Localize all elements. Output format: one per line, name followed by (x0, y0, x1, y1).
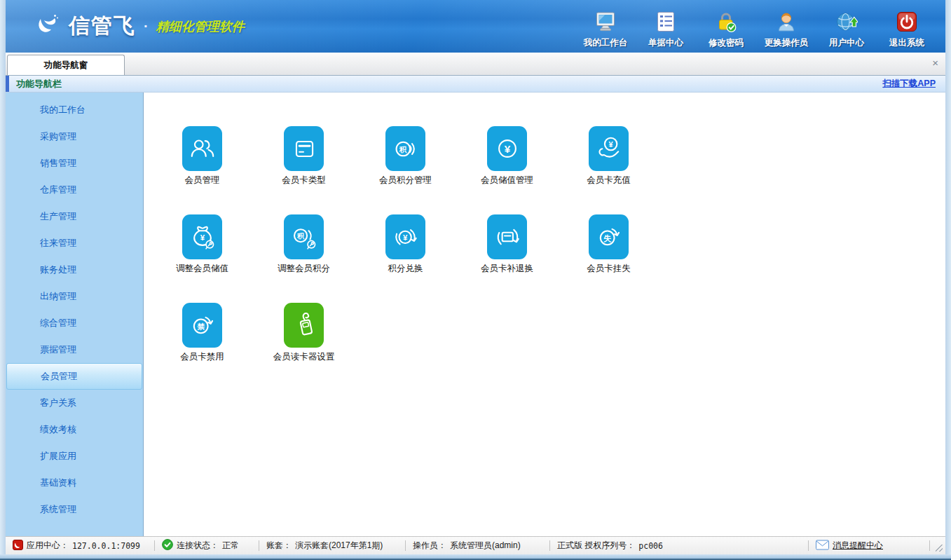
body-row: 我的工作台 采购管理 销售管理 仓库管理 生产管理 往来管理 账务处理 出纳管理… (6, 93, 945, 536)
app-card-replace[interactable]: 会员卡补退换 (456, 214, 558, 275)
adjust-stored-value-icon: ¥ (182, 214, 222, 259)
app-window: 信管飞 · 精细化管理软件 我的工作台 (0, 0, 951, 560)
app-card-reader-settings[interactable]: 会员读卡器设置 (253, 303, 355, 363)
brand-logo-icon (34, 11, 62, 42)
sidebar-item-sales[interactable]: 销售管理 (6, 150, 143, 177)
close-icon[interactable]: × (932, 57, 938, 68)
card-loss-icon: 失 (589, 214, 629, 259)
app-member-card-recharge[interactable]: ¥ 会员卡充值 (558, 126, 659, 186)
app-member-points[interactable]: 积 会员积分管理 (355, 126, 456, 186)
status-app-center: 应用中心： 127.0.0.1:7099 (6, 537, 154, 554)
brand: 信管飞 · 精细化管理软件 (34, 0, 245, 53)
sidebar-item-my-workspace[interactable]: 我的工作台 (6, 97, 143, 123)
sidebar-item-extensions[interactable]: 扩展应用 (6, 443, 143, 470)
toolbar-label: 修改密码 (709, 37, 744, 49)
nav-accent-bar (6, 76, 9, 92)
app-label: 调整会员储值 (176, 263, 228, 275)
app-adjust-points[interactable]: 积 调整会员积分 (253, 214, 355, 275)
tab-function-navigation[interactable]: 功能导航窗 (7, 55, 125, 75)
status-label: 应用中心： (27, 540, 69, 552)
app-points-exchange[interactable]: ¥ 积分兑换 (355, 214, 456, 275)
status-label: 账套： (266, 540, 292, 552)
sidebar-item-bills[interactable]: 票据管理 (6, 336, 143, 363)
app-label: 会员卡充值 (587, 175, 631, 186)
app-label: 积分兑换 (388, 263, 423, 275)
toolbar-my-workspace-button[interactable]: 我的工作台 (575, 11, 636, 49)
resize-grip[interactable] (930, 537, 945, 554)
header-toolbar: 我的工作台 单据中心 (575, 0, 945, 53)
change-password-icon (715, 11, 737, 36)
app-adjust-stored-value[interactable]: ¥ 调整会员储值 (151, 214, 253, 275)
svg-text:¥: ¥ (200, 233, 205, 242)
app-label: 会员读卡器设置 (273, 351, 335, 363)
user-center-icon (835, 11, 858, 36)
window-frame-right (945, 0, 951, 560)
message-center-link[interactable]: 消息提醒中心 (833, 540, 883, 552)
app-label: 会员管理 (185, 175, 220, 186)
window-frame-bottom (0, 554, 951, 560)
toolbar-label: 单据中心 (648, 37, 683, 49)
app-card-disable[interactable]: 禁 会员卡禁用 (151, 303, 253, 363)
scan-download-app-link[interactable]: 扫描下载APP (882, 78, 936, 90)
check-circle-icon (162, 539, 173, 552)
app-logo-icon (13, 540, 23, 552)
brand-separator: · (144, 18, 149, 34)
sidebar-item-members[interactable]: 会员管理 (6, 363, 142, 390)
sidebar-item-base-data[interactable]: 基础资料 (6, 470, 143, 496)
title-header: 信管飞 · 精细化管理软件 我的工作台 (6, 0, 945, 53)
page-title: 功能导航栏 (16, 78, 62, 90)
toolbar-user-center-button[interactable]: 用户中心 (816, 11, 877, 49)
tab-strip: 功能导航窗 × (6, 53, 945, 76)
document-center-icon (655, 11, 677, 36)
status-value: 127.0.0.1:7099 (72, 541, 140, 551)
app-label: 会员积分管理 (379, 175, 432, 186)
sidebar-item-accounting[interactable]: 账务处理 (6, 257, 143, 283)
toolbar-exit-system-button[interactable]: 退出系统 (877, 11, 937, 49)
app-label: 调整会员积分 (278, 263, 330, 275)
toolbar-change-password-button[interactable]: 修改密码 (696, 11, 756, 49)
sidebar-item-comprehensive[interactable]: 综合管理 (6, 310, 143, 336)
status-value: pc006 (638, 541, 663, 551)
status-label: 操作员： (413, 540, 446, 552)
app-label: 会员卡类型 (282, 175, 326, 186)
sidebar-item-performance[interactable]: 绩效考核 (6, 416, 143, 443)
card-replace-icon (487, 214, 527, 259)
mail-icon (816, 540, 829, 552)
app-label: 会员卡补退换 (481, 263, 533, 275)
status-value: 正常 (222, 540, 239, 552)
nav-header-bar: 功能导航栏 扫描下载APP (6, 76, 945, 93)
app-member-card-type[interactable]: 会员卡类型 (253, 126, 355, 186)
status-label: 正式版 授权序列号： (557, 540, 635, 552)
sidebar-item-cashier[interactable]: 出纳管理 (6, 283, 143, 310)
sidebar-item-purchase[interactable]: 采购管理 (6, 123, 143, 150)
status-value: 系统管理员(admin) (450, 540, 521, 552)
status-operator: 操作员： 系统管理员(admin) (406, 537, 549, 554)
grid-row-2: ¥ 调整会员储值 (151, 214, 945, 275)
app-label: 会员卡禁用 (180, 351, 224, 363)
svg-text:¥: ¥ (402, 233, 407, 242)
sidebar-item-customer-rel[interactable]: 客户关系 (6, 390, 143, 416)
adjust-points-icon: 积 (284, 214, 324, 259)
status-label: 连接状态： (177, 540, 219, 552)
sidebar-item-warehouse[interactable]: 仓库管理 (6, 177, 143, 203)
points-exchange-icon: ¥ (385, 214, 425, 259)
main-panel: 会员管理 会员卡类型 (144, 93, 945, 536)
stored-value-icon: ¥ (487, 126, 527, 171)
toolbar-document-center-button[interactable]: 单据中心 (636, 11, 696, 49)
window-frame-left (0, 0, 6, 560)
status-value: 演示账套(2017年第1期) (295, 540, 383, 552)
status-connection: 连接状态： 正常 (155, 537, 259, 554)
points-icon: 积 (385, 126, 425, 171)
sidebar-item-contacts[interactable]: 往来管理 (6, 230, 143, 257)
app-label: 会员卡挂失 (587, 263, 631, 275)
sidebar-item-production[interactable]: 生产管理 (6, 203, 143, 230)
status-message-center: 消息提醒中心 (809, 537, 929, 554)
toolbar-switch-operator-button[interactable]: 更换操作员 (756, 11, 816, 49)
toolbar-label: 退出系统 (889, 37, 924, 49)
sidebar-item-system[interactable]: 系统管理 (6, 496, 143, 523)
status-bar: 应用中心： 127.0.0.1:7099 连接状态： 正常 账套： 演示账套(2… (6, 536, 945, 554)
svg-text:¥: ¥ (504, 143, 510, 155)
app-member-stored-value[interactable]: ¥ 会员储值管理 (456, 126, 558, 186)
app-member-management[interactable]: 会员管理 (151, 126, 253, 186)
app-card-loss[interactable]: 失 会员卡挂失 (558, 214, 659, 275)
